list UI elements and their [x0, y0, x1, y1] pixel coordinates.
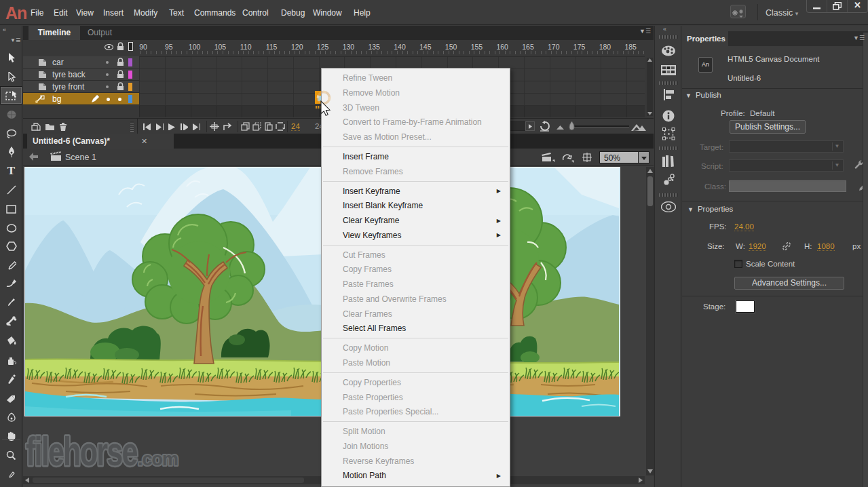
svg-text:filehorse: filehorse [26, 433, 138, 474]
svg-text:.com: .com [138, 449, 178, 469]
